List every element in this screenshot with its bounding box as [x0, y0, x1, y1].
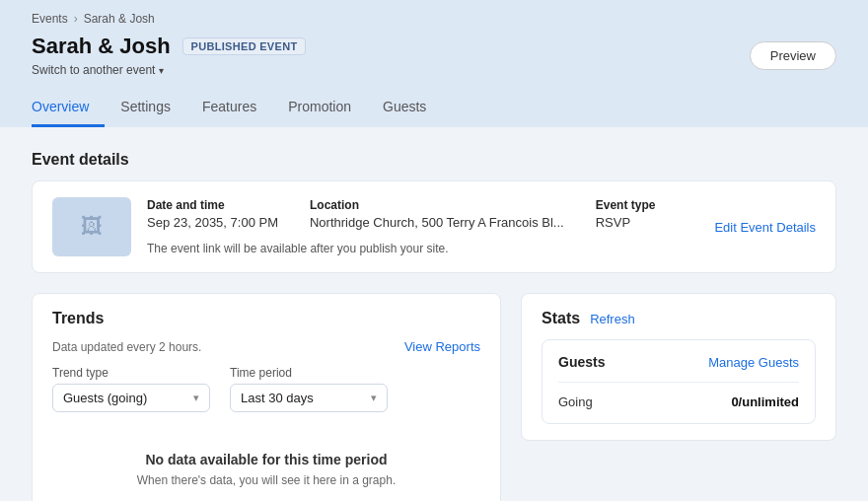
- trend-type-value: Guests (going): [63, 391, 147, 405]
- manage-guests-link[interactable]: Manage Guests: [708, 355, 799, 370]
- trend-type-label: Trend type: [52, 366, 210, 380]
- bottom-row: Trends Data updated every 2 hours. View …: [32, 293, 836, 501]
- trend-type-select[interactable]: Guests (going) ▾: [52, 384, 210, 412]
- time-period-chevron: ▾: [371, 392, 377, 404]
- header-left: Sarah & Josh PUBLISHED EVENT Switch to a…: [32, 34, 306, 77]
- guests-card-title: Guests: [558, 354, 605, 370]
- event-type-value: RSVP: [596, 215, 656, 230]
- event-type-label: Event type: [596, 198, 656, 212]
- tab-features[interactable]: Features: [186, 89, 272, 127]
- tab-promotion[interactable]: Promotion: [272, 89, 367, 127]
- no-data-area: No data available for this time period W…: [52, 412, 480, 501]
- location-label: Location: [310, 198, 564, 212]
- event-details-card: 🖼 Date and time Sep 23, 2035, 7:00 PM Lo…: [32, 180, 836, 273]
- event-link-note: The event link will be available after y…: [147, 242, 698, 255]
- filter-row: Trend type Guests (going) ▾ Time period …: [52, 366, 480, 412]
- location-value: Northridge Church, 500 Terry A Francois …: [310, 215, 564, 230]
- published-badge: PUBLISHED EVENT: [182, 37, 307, 55]
- date-value: Sep 23, 2035, 7:00 PM: [147, 215, 278, 230]
- switch-event-button[interactable]: Switch to another event ▾: [32, 63, 306, 77]
- chevron-down-icon: ▾: [159, 65, 164, 76]
- trends-section: Trends Data updated every 2 hours. View …: [32, 293, 501, 501]
- going-label: Going: [558, 394, 593, 409]
- preview-button[interactable]: Preview: [750, 41, 836, 70]
- no-data-title: No data available for this time period: [145, 452, 387, 467]
- stats-section: Stats Refresh Guests Manage Guests Going…: [521, 293, 836, 441]
- divider: [558, 382, 799, 383]
- event-details-section: Event details 🖼 Date and time Sep 23, 20…: [32, 151, 836, 273]
- page-title: Sarah & Josh: [32, 34, 171, 59]
- breadcrumb-current: Sarah & Josh: [84, 12, 155, 26]
- edit-event-details-button[interactable]: Edit Event Details: [714, 220, 816, 235]
- tab-overview[interactable]: Overview: [32, 89, 105, 127]
- breadcrumb: Events › Sarah & Josh: [32, 12, 836, 26]
- trends-title: Trends: [52, 310, 480, 327]
- view-reports-link[interactable]: View Reports: [404, 339, 480, 354]
- tab-guests[interactable]: Guests: [367, 89, 442, 127]
- date-label: Date and time: [147, 198, 278, 212]
- tab-settings[interactable]: Settings: [105, 89, 186, 127]
- no-data-sub: When there's data, you will see it here …: [137, 473, 396, 487]
- event-thumbnail: 🖼: [52, 197, 131, 256]
- guests-card: Guests Manage Guests Going 0/unlimited: [542, 339, 816, 424]
- data-note: Data updated every 2 hours.: [52, 340, 201, 354]
- time-period-value: Last 30 days: [241, 391, 314, 405]
- switch-event-label: Switch to another event: [32, 63, 155, 77]
- going-value: 0/unlimited: [731, 394, 799, 409]
- image-icon: 🖼: [81, 214, 103, 240]
- going-row: Going 0/unlimited: [558, 391, 799, 409]
- event-details-title: Event details: [32, 151, 836, 169]
- time-period-select[interactable]: Last 30 days ▾: [230, 384, 388, 412]
- nav-tabs: Overview Settings Features Promotion Gue…: [32, 89, 836, 127]
- time-period-label: Time period: [230, 366, 388, 380]
- breadcrumb-sep: ›: [74, 12, 78, 26]
- stats-title: Stats: [542, 310, 580, 327]
- breadcrumb-events[interactable]: Events: [32, 12, 68, 26]
- refresh-button[interactable]: Refresh: [590, 312, 635, 326]
- trend-type-chevron: ▾: [193, 392, 199, 404]
